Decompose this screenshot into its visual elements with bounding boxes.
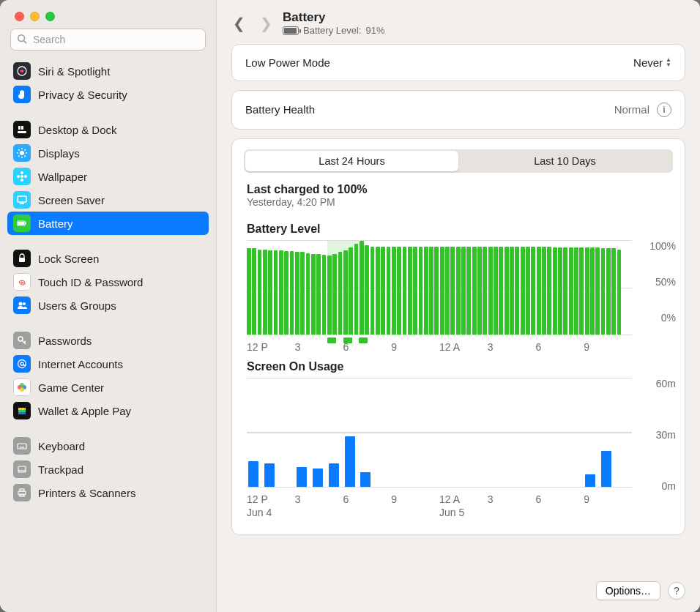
screen-icon [13, 191, 31, 209]
svg-rect-24 [26, 223, 27, 225]
battery-level-bar [579, 247, 584, 335]
battery-level-bar [558, 247, 562, 335]
svg-point-27 [23, 302, 26, 305]
sidebar-item-wallet-apple-pay[interactable]: Wallet & Apple Pay [7, 399, 209, 422]
options-button[interactable]: Options… [596, 581, 660, 600]
screen-on-bar [313, 469, 323, 487]
svg-point-18 [17, 175, 20, 178]
nav-back-button[interactable]: ❮ [233, 16, 245, 31]
minimize-window-button[interactable] [30, 12, 40, 21]
battery-level-value: 91% [366, 25, 385, 37]
battery-health-info-button[interactable]: i [657, 102, 671, 117]
battery-level-bar [569, 247, 573, 335]
battery-level-chart-title: Battery Level [241, 215, 676, 240]
svg-rect-39 [18, 412, 26, 414]
close-window-button[interactable] [15, 12, 24, 21]
battery-level-bar [413, 247, 417, 335]
nav-forward-button[interactable]: ❯ [260, 16, 272, 31]
low-power-mode-popup[interactable]: Never ▲▼ [633, 56, 671, 69]
battery-level-bar [611, 248, 616, 335]
sidebar-item-label: Screen Saver [38, 194, 105, 206]
battery-level-bar [371, 247, 375, 335]
sidebar-item-lock-screen[interactable]: Lock Screen [7, 247, 209, 270]
sidebar-item-desktop-dock[interactable]: Desktop & Dock [7, 118, 209, 141]
battery-level-bar [488, 247, 493, 335]
sidebar-item-label: Desktop & Dock [38, 124, 117, 136]
battery-level-bar [553, 247, 557, 335]
sidebar-item-game-center[interactable]: Game Center [7, 376, 209, 399]
battery-level-bar [595, 247, 600, 335]
battery-level-x-axis: 12 P36912 A369 [247, 335, 632, 353]
battery-level-chart: Battery Level 100%50%0% 12 P36912 A369 [241, 215, 676, 353]
svg-point-19 [24, 175, 27, 178]
sidebar-item-siri-spotlight[interactable]: Siri & Spotlight [7, 59, 209, 83]
search-input[interactable] [31, 33, 199, 46]
trackpad-icon [13, 460, 31, 478]
screen-on-bar [264, 463, 275, 487]
battery-level-bar [381, 247, 385, 335]
svg-point-31 [18, 360, 26, 368]
sidebar-item-passwords[interactable]: Passwords [7, 329, 209, 352]
battery-level-bar [252, 248, 256, 335]
search-container [0, 29, 216, 56]
svg-rect-40 [18, 444, 26, 449]
lock-icon [13, 250, 31, 267]
battery-level-bar [316, 254, 321, 335]
last-charged-timestamp: Yesterday, 4:20 PM [247, 196, 670, 208]
sun-icon [13, 144, 31, 162]
search-field[interactable] [10, 29, 206, 51]
battery-level-bar [590, 247, 595, 335]
siri-icon [13, 62, 31, 80]
footer: Options… ? [217, 577, 700, 612]
help-button[interactable]: ? [668, 582, 685, 600]
sidebar-item-privacy-security[interactable]: Privacy & Security [7, 83, 209, 106]
tab-last-10-days[interactable]: Last 10 Days [458, 151, 671, 171]
sidebar-item-displays[interactable]: Displays [7, 141, 209, 165]
sidebar-item-battery[interactable]: Battery [7, 212, 209, 235]
screen-on-chart-title: Screen On Usage [241, 353, 676, 378]
svg-point-0 [18, 34, 25, 41]
sidebar-item-keyboard[interactable]: Keyboard [7, 434, 209, 458]
battery-level-bar [499, 247, 503, 335]
svg-line-13 [18, 156, 20, 157]
tab-last-24-hours[interactable]: Last 24 Hours [245, 151, 458, 171]
sidebar-item-label: Displays [38, 147, 80, 160]
battery-level-bar [574, 247, 578, 335]
screen-on-date-row: Jun 4Jun 5 [247, 507, 632, 521]
battery-level-bar [563, 247, 567, 335]
sidebar-item-internet-accounts[interactable]: Internet Accounts [7, 352, 209, 376]
svg-rect-25 [19, 258, 25, 262]
battery-level-bar [392, 247, 396, 335]
last-charged-heading: Last charged to 100% [247, 183, 670, 196]
battery-level-bar [494, 247, 498, 335]
sidebar-item-label: Wallpaper [38, 171, 87, 183]
sidebar-item-users-groups[interactable]: Users & Groups [7, 294, 209, 317]
screen-on-bar [297, 467, 307, 487]
screen-on-bar [585, 474, 595, 487]
last-charged-block: Last charged to 100% Yesterday, 4:20 PM [241, 182, 676, 215]
content-scroll: Low Power Mode Never ▲▼ Battery Health N… [217, 44, 700, 577]
system-settings-window: Siri & SpotlightPrivacy & SecurityDeskto… [0, 0, 700, 612]
sidebar-item-touch-id-password[interactable]: Touch ID & Password [7, 270, 209, 294]
svg-rect-46 [18, 466, 26, 472]
sidebar-item-screen-saver[interactable]: Screen Saver [7, 188, 209, 212]
battery-level-bar [461, 247, 466, 335]
battery-level-bar [247, 248, 251, 335]
sidebar-item-label: Touch ID & Password [38, 276, 143, 288]
battery-level-bar [279, 250, 283, 335]
sidebar-item-trackpad[interactable]: Trackpad [7, 458, 209, 481]
zoom-window-button[interactable] [45, 12, 55, 21]
screen-on-bar [360, 472, 371, 487]
battery-level-bar [440, 247, 444, 335]
sidebar-item-printers-scanners[interactable]: Printers & Scanners [7, 481, 209, 504]
battery-level-bar [526, 247, 530, 335]
printer-icon [13, 484, 31, 501]
svg-point-35 [20, 383, 24, 387]
battery-health-value: Normal [614, 103, 649, 116]
title-block: Battery Battery Level: 91% [283, 10, 385, 37]
battery-level-bar [450, 247, 455, 335]
screen-on-bar [329, 463, 339, 487]
sidebar-item-wallpaper[interactable]: Wallpaper [7, 165, 209, 188]
svg-line-1 [24, 40, 27, 43]
battery-level-bar [376, 247, 380, 335]
